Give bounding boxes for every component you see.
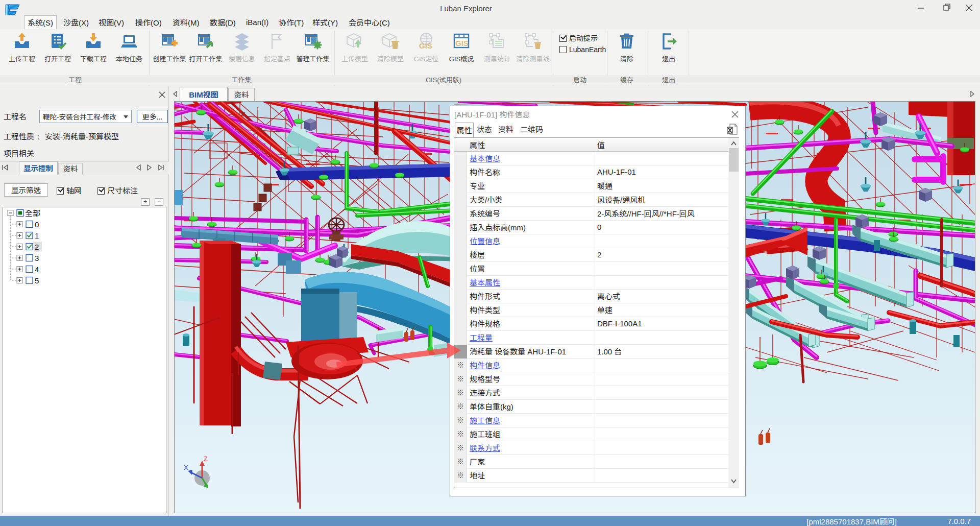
svg-text:3: 3 <box>35 254 39 262</box>
svg-text:4: 4 <box>35 265 39 274</box>
svg-text:GIS: GIS <box>455 39 469 47</box>
svg-text:GIS: GIS <box>419 41 432 50</box>
svg-text:1: 1 <box>35 231 39 240</box>
svg-text:0: 0 <box>35 220 39 229</box>
svg-text:2: 2 <box>35 243 39 251</box>
svg-text:全部: 全部 <box>25 209 40 218</box>
svg-text:5: 5 <box>35 276 39 285</box>
